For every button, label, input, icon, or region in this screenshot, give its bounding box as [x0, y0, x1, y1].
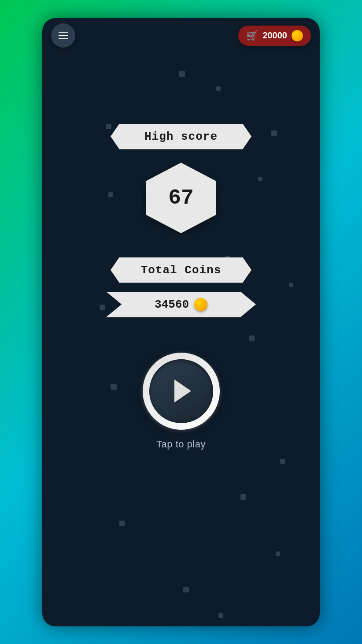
total-coins-section: Total Coins 34560 [106, 257, 256, 317]
header: 🛒 20000 [42, 18, 320, 53]
shop-amount: 20000 [262, 30, 287, 41]
play-triangle-icon [174, 380, 191, 402]
play-button-inner [149, 359, 213, 423]
coins-value-banner: 34560 [106, 292, 256, 317]
total-coins-shape: Total Coins [111, 257, 251, 283]
high-score-banner: High score [111, 124, 251, 149]
total-coins-banner: Total Coins [111, 257, 251, 283]
play-section: Tap to play [143, 353, 220, 450]
high-score-shape: High score [111, 124, 251, 149]
high-score-value: 67 [168, 186, 194, 210]
total-coins-value: 34560 [155, 298, 189, 311]
score-hexagon: 67 [141, 160, 221, 235]
coin-icon-large [194, 298, 207, 311]
cart-icon: 🛒 [246, 30, 258, 41]
tap-to-play-label: Tap to play [156, 439, 206, 450]
main-content: High score 67 Total Coins [42, 53, 320, 626]
shop-button[interactable]: 🛒 20000 [238, 26, 311, 46]
coin-icon [292, 30, 303, 41]
hamburger-icon [59, 32, 68, 40]
menu-button[interactable] [51, 23, 75, 48]
phone-frame: 🛒 20000 High score 67 [42, 18, 320, 626]
play-button[interactable] [143, 353, 220, 430]
total-coins-label: Total Coins [141, 264, 222, 277]
high-score-label: High score [144, 130, 218, 143]
